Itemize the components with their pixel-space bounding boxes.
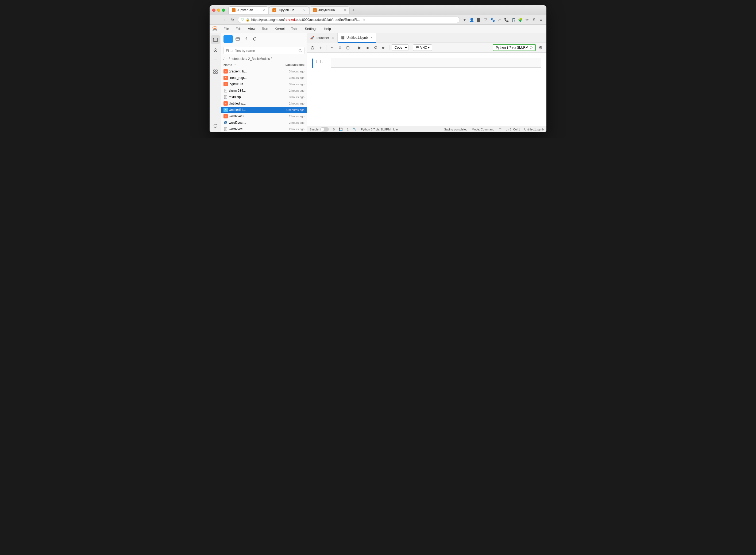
commands-icon[interactable] (211, 57, 220, 65)
menu-help[interactable]: Help (321, 26, 333, 32)
notebook-icon: N (223, 82, 228, 86)
file-item-slurm[interactable]: slurm-534... 2 hours ago (221, 87, 307, 94)
mode-toggle-switch[interactable] (320, 127, 329, 132)
cell-area: [ ]: (312, 58, 541, 68)
maximize-button[interactable] (222, 8, 225, 12)
menu-icon[interactable]: ≡ (538, 17, 544, 23)
refresh-file-list-button[interactable] (251, 35, 259, 43)
menu-file[interactable]: File (221, 26, 232, 32)
new-folder-button[interactable] (234, 35, 241, 43)
jupyter-tab-bar: 🚀 Launcher ✕ 📓 Untitled1.ipynb ✕ (307, 33, 546, 43)
file-item-word2vec-py[interactable]: py word2vec.... 2 hours ago (221, 120, 307, 126)
file-modified: 3 hours ago (272, 95, 305, 99)
kernel-button[interactable]: Python 3.7 via SLURM (493, 44, 536, 51)
restart-button[interactable] (372, 44, 379, 51)
tab-close-3[interactable]: ✕ (344, 8, 346, 12)
file-name: slurm-534... (229, 89, 271, 92)
shield-icon[interactable]: 🛡 (483, 17, 488, 23)
spinner-icon[interactable] (211, 122, 220, 130)
file-item-untitled1[interactable]: N Untitled1.i... 4 minutes ago (221, 107, 307, 113)
tab-close-2[interactable]: ✕ (303, 8, 306, 12)
tab-favicon-2: J (272, 8, 276, 12)
extension-manager-icon[interactable] (211, 68, 220, 76)
column-name[interactable]: Name ↑ (223, 63, 272, 67)
settings-icon[interactable]: ⚙ (537, 44, 544, 51)
heart-icon[interactable]: ♥ (462, 17, 467, 23)
pen-icon[interactable]: ✏ (525, 17, 530, 23)
file-item-linear[interactable]: N linear_regr... 3 hours ago (221, 75, 307, 81)
cell-input[interactable] (331, 58, 541, 68)
file-item-text8[interactable]: text8.zip 3 hours ago (221, 94, 307, 100)
svg-rect-3 (213, 38, 218, 41)
paste-button[interactable] (345, 44, 352, 51)
run-button[interactable]: ▶ (356, 44, 363, 51)
puzzle-icon[interactable]: 🧩 (518, 17, 523, 23)
phone-icon[interactable]: 📞 (504, 17, 509, 23)
browser-tab-jupyterhub-2[interactable]: J JupyterHub ✕ (310, 6, 350, 14)
kernel-status-text[interactable]: Python 3.7 via SLURM | Idle (361, 128, 398, 131)
menu-tabs[interactable]: Tabs (288, 26, 301, 32)
jupyterlab-app: File Edit View Run Kernel Tabs Settings … (210, 25, 546, 132)
menu-kernel[interactable]: Kernel (272, 26, 287, 32)
url-text: https://picottemgmt.urcf.drexel.edu:8000… (251, 18, 360, 22)
file-item-logistic[interactable]: N logistic_re... 3 hours ago (221, 81, 307, 87)
file-modified: 2 hours ago (272, 128, 305, 131)
copy-button[interactable]: ⊕ (337, 44, 344, 51)
notebook-content: [ ]: (307, 53, 546, 126)
file-panel-toolbar: + (221, 33, 307, 45)
simple-mode-toggle[interactable]: Simple (310, 127, 329, 132)
menu-run[interactable]: Run (259, 26, 271, 32)
search-icon (298, 49, 302, 52)
tab-launcher-close[interactable]: ✕ (332, 36, 334, 40)
tab-notebook-close[interactable]: ✕ (370, 36, 373, 39)
browser-tabs: J JupyterLab ✕ J JupyterHub ✕ J JupyterH… (228, 6, 544, 14)
file-item-word2vec-nb[interactable]: N word2vec.i... 2 hours ago (221, 113, 307, 120)
status-bar-right: Saving completed Mode: Command 🛡 Ln 1, C… (444, 128, 544, 131)
cell-type-select[interactable]: Code (392, 44, 408, 51)
menu-view[interactable]: View (245, 26, 258, 32)
vnc-button[interactable]: 🏴 VNC ▾ (413, 44, 432, 51)
tab-close-1[interactable]: ✕ (263, 8, 265, 12)
svg-line-16 (301, 51, 302, 52)
menu-settings[interactable]: Settings (302, 26, 320, 32)
menu-edit[interactable]: Edit (233, 26, 244, 32)
cell-label: [ ]: (315, 58, 329, 63)
tab-notebook[interactable]: 📓 Untitled1.ipynb ✕ (338, 33, 376, 43)
tab-favicon-3: J (313, 8, 317, 12)
browser-tab-jupyterhub-1[interactable]: J JupyterHub ✕ (269, 6, 309, 14)
new-launcher-button[interactable]: + (223, 35, 233, 43)
browser-tab-jupyterlab[interactable]: J JupyterLab ✕ (228, 6, 268, 14)
close-button[interactable] (212, 8, 216, 12)
running-terminals-icon[interactable] (211, 46, 220, 54)
simple-label: Simple (310, 128, 319, 131)
save-button[interactable] (309, 44, 316, 51)
forward-button[interactable]: → (221, 16, 227, 23)
refresh-button[interactable]: ↻ (229, 16, 236, 23)
paw-icon[interactable]: 🐾 (490, 17, 495, 23)
cursor-icon[interactable]: ↗ (497, 17, 502, 23)
file-modified: 2 hours ago (272, 102, 305, 105)
tab-launcher[interactable]: 🚀 Launcher ✕ (307, 33, 338, 43)
back-button[interactable]: ← (212, 16, 219, 23)
file-browser-icon[interactable] (211, 35, 220, 44)
file-item-untitled[interactable]: N Untitled.ip... 2 hours ago (221, 100, 307, 107)
new-tab-button[interactable]: + (350, 7, 357, 13)
upload-button[interactable] (242, 35, 250, 43)
profile-icon[interactable]: 👤 (469, 17, 474, 23)
svg-point-13 (214, 124, 217, 128)
s-icon[interactable]: S (531, 17, 537, 23)
column-modified: Last Modified (272, 63, 305, 67)
file-item-word2vec-txt[interactable]: word2vec.... 2 hours ago (221, 126, 307, 132)
extension-icon-1[interactable]: █ (476, 17, 481, 23)
cell-active-indicator (312, 58, 313, 68)
add-cell-button[interactable]: + (317, 44, 324, 51)
music-icon[interactable]: 🎵 (510, 17, 516, 23)
file-item-gradient[interactable]: N gradient_b... 3 hours ago (221, 68, 307, 75)
fast-forward-button[interactable]: ⏭ (380, 44, 387, 51)
file-search-bar[interactable] (223, 47, 305, 54)
cut-button[interactable]: ✂ (328, 44, 336, 51)
url-bar[interactable]: 🛡 🔒 https://picottemgmt.urcf.drexel.edu:… (238, 16, 460, 23)
filter-input[interactable] (226, 49, 297, 53)
minimize-button[interactable] (217, 8, 220, 12)
stop-button[interactable]: ■ (364, 44, 371, 51)
